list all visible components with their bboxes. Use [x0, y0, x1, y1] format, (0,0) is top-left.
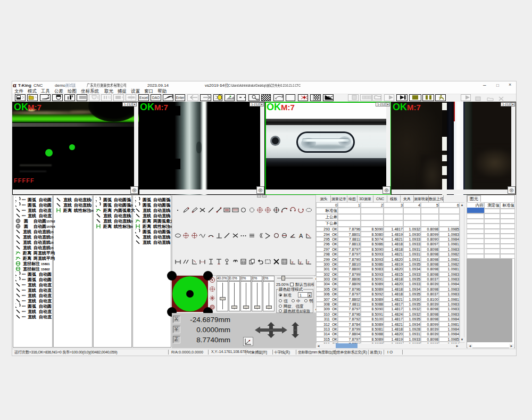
svg-text:x: x: [292, 260, 294, 264]
svg-text:z: z: [307, 260, 310, 264]
svg-text:y: y: [300, 260, 302, 265]
svg-text:A: A: [299, 233, 303, 239]
